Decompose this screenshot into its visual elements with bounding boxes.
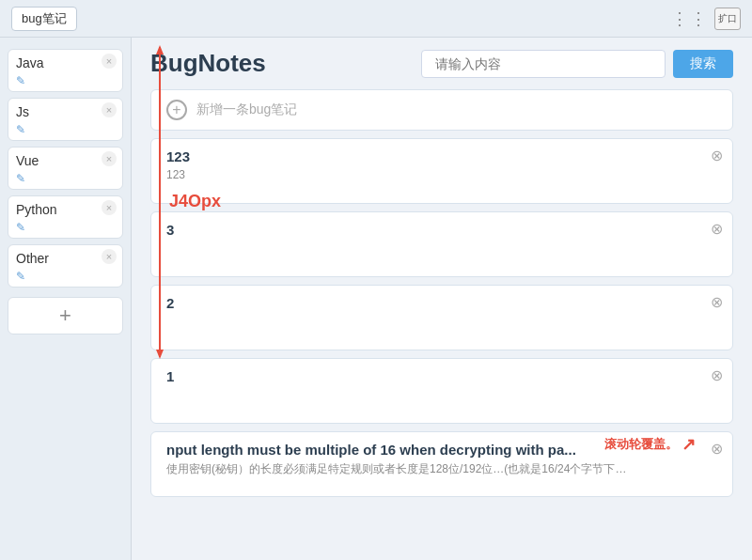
sidebar-item-java-actions: ✎: [16, 72, 115, 87]
sidebar-item-java-close[interactable]: ×: [102, 54, 117, 69]
note-title-2: 3: [166, 222, 717, 238]
window-title: bug笔记: [11, 7, 77, 31]
note-title-4: 1: [166, 368, 717, 384]
add-note-label: 新增一条bug笔记: [196, 101, 297, 118]
sidebar-item-js-close[interactable]: ×: [102, 102, 117, 117]
icon-box-label: 扩口: [718, 12, 737, 25]
sidebar-item-other[interactable]: × Other ✎: [8, 244, 123, 288]
note-title-1: 123: [166, 148, 717, 164]
sidebar-item-js-edit[interactable]: ✎: [16, 123, 25, 136]
sidebar-item-java[interactable]: × Java ✎: [8, 49, 123, 92]
note-close-1[interactable]: ⊗: [711, 147, 723, 164]
note-close-5[interactable]: ⊗: [711, 440, 723, 458]
sidebar-item-js-label: Js: [16, 104, 115, 119]
sidebar-item-other-edit[interactable]: ✎: [16, 270, 25, 283]
title-bar-controls: ⋮⋮ 扩口: [671, 8, 741, 30]
note-close-4[interactable]: ⊗: [711, 366, 723, 384]
app-title: BugNotes: [150, 49, 266, 78]
sidebar: × Java ✎ × Js ✎ × Vue ✎ × Python ✎: [0, 38, 132, 560]
sidebar-item-vue[interactable]: × Vue ✎: [8, 147, 123, 190]
sidebar-item-python[interactable]: × Python ✎: [8, 195, 123, 239]
sidebar-item-python-edit[interactable]: ✎: [16, 221, 25, 234]
window-icon-box[interactable]: 扩口: [714, 8, 741, 30]
add-note-row[interactable]: + 新增一条bug笔记: [150, 89, 733, 131]
sidebar-item-vue-edit[interactable]: ✎: [16, 172, 25, 185]
main-wrapper: × Java ✎ × Js ✎ × Vue ✎ × Python ✎: [0, 38, 752, 560]
sidebar-item-other-actions: ✎: [16, 268, 115, 283]
note-preview-1: 123: [166, 168, 717, 181]
sidebar-item-vue-close[interactable]: ×: [102, 151, 117, 166]
sidebar-item-js-actions: ✎: [16, 121, 115, 136]
sidebar-item-python-actions: ✎: [16, 219, 115, 234]
sidebar-item-other-close[interactable]: ×: [102, 249, 117, 264]
note-close-2[interactable]: ⊗: [711, 220, 723, 238]
note-close-3[interactable]: ⊗: [711, 293, 723, 311]
note-preview-5: 使用密钥(秘钥）的长度必须满足特定规则或者长度是128位/192位…(也就是16…: [166, 461, 717, 477]
note-card-1[interactable]: ⊗ 123 123: [150, 138, 733, 204]
note-card-4[interactable]: ⊗ 1: [150, 358, 733, 424]
sidebar-item-java-edit[interactable]: ✎: [16, 74, 25, 87]
sidebar-item-python-close[interactable]: ×: [102, 200, 117, 215]
note-title-5: nput length must be multiple of 16 when …: [166, 442, 717, 458]
search-wrapper: 搜索: [281, 50, 733, 78]
dots-icon: ⋮⋮: [671, 8, 709, 29]
sidebar-item-other-label: Other: [16, 251, 115, 266]
content-area: BugNotes 搜索 + 新增一条bug笔记 ⊗ 123 123 ⊗ 3: [132, 38, 752, 560]
note-card-2[interactable]: ⊗ 3: [150, 211, 733, 277]
note-card-3[interactable]: ⊗ 2: [150, 285, 733, 350]
sidebar-item-java-label: Java: [16, 55, 115, 70]
sidebar-add-icon: +: [59, 303, 71, 328]
notes-list: + 新增一条bug笔记 ⊗ 123 123 ⊗ 3 ⊗ 2 ⊗: [132, 89, 752, 560]
sidebar-item-vue-actions: ✎: [16, 170, 115, 185]
search-input[interactable]: [421, 50, 666, 78]
note-card-5[interactable]: ⊗ nput length must be multiple of 16 whe…: [150, 431, 733, 497]
add-note-icon: +: [166, 100, 187, 120]
sidebar-item-vue-label: Vue: [16, 153, 115, 168]
sidebar-item-js[interactable]: × Js ✎: [8, 98, 123, 141]
content-header: BugNotes 搜索: [132, 38, 752, 89]
search-button[interactable]: 搜索: [673, 50, 733, 78]
note-title-3: 2: [166, 295, 717, 311]
sidebar-add-button[interactable]: +: [8, 297, 123, 334]
sidebar-item-python-label: Python: [16, 202, 115, 217]
title-bar: bug笔记 ⋮⋮ 扩口: [0, 0, 752, 38]
